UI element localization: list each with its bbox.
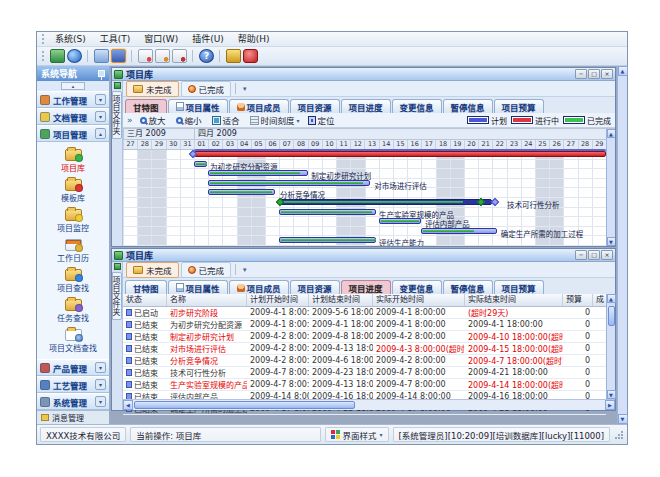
view-tab[interactable]: 项目预算 [494,280,544,294]
gantt-bar[interactable] [194,151,606,157]
table-row[interactable]: 已结束 制定初步研究计划 2009-4-2 8:00:00 2009-4-8 1… [123,331,606,343]
scroll-thumb[interactable] [608,306,615,326]
scroll-up-icon[interactable]: ▲ [607,294,616,303]
chevron-icon[interactable]: » [127,115,133,125]
filter-tab[interactable]: 已完成 [181,262,232,278]
toolbar-icon[interactable] [226,49,241,63]
view-tab[interactable]: 项目成员 [229,280,289,294]
gantt-bar[interactable] [279,199,492,205]
overflow-icon[interactable]: ▾ [240,266,250,274]
menu-item[interactable]: 插件(U) [185,32,231,47]
toolbar-icon[interactable] [111,49,126,63]
gantt-tool-button[interactable]: 时间刻度 ▾ [248,114,302,126]
view-tab[interactable]: 变更信息 [392,280,442,294]
scroll-thumb[interactable] [134,401,355,409]
chevron-icon[interactable]: ▾ [95,94,106,105]
chevron-icon[interactable]: ▾ [95,396,106,407]
collapse-button[interactable]: ▴ [61,82,85,90]
gantt-vertical-scrollbar[interactable]: ▲ ▼ [606,129,615,246]
gantt-tool-button[interactable]: 缩小 [174,114,206,126]
project-folder-tab[interactable]: 项目文件夹 [112,91,122,139]
gantt-bar[interactable] [208,180,369,186]
toolbar-icon[interactable] [219,50,221,62]
project-folder-tab[interactable]: 项目文件夹 [112,272,122,320]
gantt-bar[interactable] [279,209,376,215]
column-header[interactable]: 名称 [167,294,247,306]
scroll-left-icon[interactable]: ◀ [123,400,133,410]
view-tab[interactable]: 变更信息 [392,99,442,113]
menu-item[interactable]: 系统(S) [48,32,93,47]
sidebar-group[interactable]: 项目管理 ▴ [37,125,109,142]
sidebar-item[interactable]: 任务查找 [57,296,89,323]
table-row[interactable]: 已结束 技术可行性分析 2009-4-7 8:00:00 2009-4-23 1… [123,367,606,379]
gantt-window-titlebar[interactable]: 项目库 ─□× [112,68,615,81]
gantt-bar[interactable] [194,161,207,167]
toolbar-icon[interactable] [94,49,109,63]
message-manager-tab[interactable]: 消息管理 [37,410,109,424]
view-tab[interactable]: 项目资源 [290,99,340,113]
column-header[interactable]: 计划结束时间 [309,294,373,306]
table-window-titlebar[interactable]: 项目库 ─□× [112,249,615,262]
scroll-down-icon[interactable]: ▼ [607,390,616,399]
chevron-icon[interactable]: ▾ [95,362,106,373]
chevron-icon[interactable]: ▴ [95,128,106,139]
chevron-icon[interactable]: ▾ [95,111,106,122]
gantt-bar[interactable] [208,170,307,176]
menu-item[interactable]: 工具(T) [93,32,138,47]
gantt-bar[interactable] [421,228,497,234]
window-button[interactable]: ─ [575,250,587,260]
menu-item[interactable]: 窗口(W) [137,32,185,47]
table-horizontal-scrollbar[interactable]: ◀ ▶ [123,399,615,410]
toolbar-icon[interactable] [131,50,133,62]
sidebar-item[interactable]: 项目监控 [57,206,89,233]
scroll-down-icon[interactable]: ▼ [618,414,628,424]
toolbar-icon[interactable] [138,49,153,63]
window-button[interactable]: × [601,250,613,260]
view-tab[interactable]: 暂停信息 [443,280,493,294]
table-row[interactable]: 已结束 分析竞争情况 2009-4-2 8:00:00 2009-4-6 18:… [123,355,606,367]
mdi-vertical-scrollbar[interactable]: ▲ ▼ [617,66,627,424]
sidebar-group[interactable]: 文档管理 ▾ [37,108,109,125]
column-header[interactable]: 计划开始时间 [247,294,309,306]
toolbar-icon[interactable] [243,49,258,63]
scroll-down-icon[interactable]: ▼ [607,237,616,246]
column-header[interactable]: 状态 [123,294,167,306]
scroll-up-icon[interactable]: ▲ [607,129,616,138]
view-tab[interactable]: 项目进度 [341,99,391,113]
filter-tab[interactable]: 未完成 [126,262,179,278]
window-button[interactable]: × [601,69,613,79]
filter-tab[interactable]: 已完成 [181,81,232,97]
overflow-icon[interactable]: ▾ [240,85,250,93]
toolbar-icon[interactable] [172,49,187,63]
column-header[interactable]: 实际开始时间 [373,294,465,306]
gantt-bar[interactable] [208,189,275,195]
table-row[interactable]: 已结束 为初步研究分配资源 2009-4-1 8:00:00 2009-4-1 … [123,319,606,331]
sidebar-item[interactable]: 项目库 [61,146,85,173]
window-button[interactable]: □ [588,69,600,79]
gantt-bar[interactable] [279,237,376,243]
view-tab[interactable]: 项目属性 [168,280,228,294]
column-header[interactable]: 实际结束时间 [465,294,563,306]
filter-tab[interactable]: 未完成 [126,81,179,97]
sidebar-group[interactable]: 系统管理 ▾ [37,393,109,410]
toolbar-icon[interactable] [87,50,89,62]
view-tab[interactable]: 甘特图 [125,99,167,113]
gantt-tool-button[interactable]: 放大 [138,114,170,126]
interface-style-button[interactable]: 界面样式 ▾ [325,427,389,442]
sidebar-item[interactable]: 模板库 [61,176,85,203]
toolbar-icon[interactable] [155,49,170,63]
toolbar-icon[interactable] [67,49,82,63]
window-button[interactable]: □ [588,250,600,260]
table-row[interactable]: 已结束 生产实验室规模的产品 2009-4-7 8:00:00 2009-4-1… [123,379,606,391]
table-row[interactable]: 已结束 对市场进行评估 2009-4-2 8:00:00 2009-4-13 1… [123,343,606,355]
gantt-bar[interactable] [379,218,422,224]
scroll-up-icon[interactable]: ▲ [618,66,628,76]
gantt-tool-button[interactable]: 定位 [306,114,339,126]
view-tab[interactable]: 项目属性 [168,99,228,113]
view-tab[interactable]: 项目进度 [341,280,391,294]
view-tab[interactable]: 甘特图 [125,280,167,294]
toolbar-icon[interactable] [192,50,194,62]
sidebar-group[interactable]: 工艺管理 ▾ [37,376,109,393]
view-tab[interactable]: 项目预算 [494,99,544,113]
chevron-icon[interactable]: ▾ [95,379,106,390]
